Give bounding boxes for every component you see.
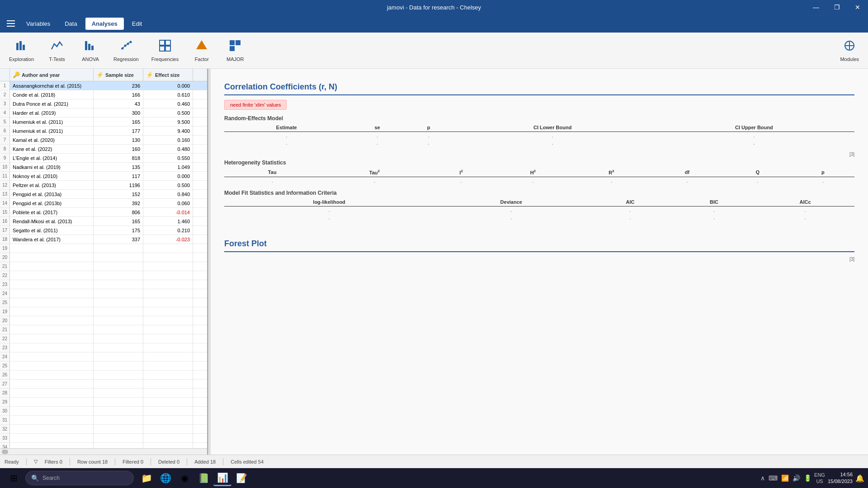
table-row[interactable]: 4Harder et al. (2019)3000.500 — [0, 108, 207, 117]
table-row[interactable]: 20 — [0, 253, 207, 262]
cell-effect[interactable]: 0.550 — [143, 154, 193, 162]
cell-sample[interactable]: 1196 — [94, 181, 143, 189]
cell-effect[interactable]: -0.023 — [143, 235, 193, 244]
cell-effect[interactable] — [143, 262, 193, 271]
maximize-button[interactable]: ❐ — [826, 0, 847, 14]
tray-chevron[interactable]: ∧ — [760, 474, 765, 482]
cell-sample[interactable]: 117 — [94, 172, 143, 180]
cell-effect[interactable] — [143, 244, 193, 253]
table-row[interactable]: 25 — [0, 361, 207, 371]
taskbar-app-other[interactable]: 📝 — [232, 470, 250, 486]
cell-sample[interactable]: 166 — [94, 90, 143, 99]
table-row[interactable]: 16Rendall-Mkosi et al. (2013)1651.460 — [0, 217, 207, 226]
toolbar-exploration[interactable]: Exploration — [4, 35, 39, 66]
cell-sample[interactable] — [94, 262, 143, 271]
cell-author[interactable]: Kamal et al. (2020) — [10, 136, 94, 144]
table-row[interactable]: 18Wandera et al. (2017)337-0.023 — [0, 235, 207, 244]
menu-data[interactable]: Data — [58, 18, 83, 30]
cell-effect[interactable] — [143, 298, 193, 307]
cell-sample[interactable] — [94, 253, 143, 262]
menu-analyses[interactable]: Analyses — [85, 18, 124, 30]
cell-author[interactable]: Humeniuk et al. (2011) — [10, 127, 94, 135]
cell-sample[interactable]: 300 — [94, 108, 143, 117]
table-row[interactable]: 11Noknoy et al. (2010)1170.000 — [0, 172, 207, 181]
col-header-effect[interactable]: ⚡ Effect size — [143, 69, 193, 81]
cell-author[interactable] — [10, 253, 94, 262]
col-header-author[interactable]: 🔑 Author and year — [10, 69, 94, 81]
taskbar-app-chrome[interactable]: ◉ — [175, 470, 193, 486]
table-row[interactable]: 19 — [0, 244, 207, 253]
cell-effect[interactable]: 1.049 — [143, 163, 193, 171]
cell-sample[interactable]: 130 — [94, 136, 143, 144]
table-row[interactable]: 13Pengpid et al. (2013a)1520.840 — [0, 190, 207, 199]
status-filter-icon[interactable]: ▽ — [34, 459, 38, 465]
cell-author[interactable]: Pengpid et al. (2013b) — [10, 199, 94, 207]
table-row[interactable]: 20 — [0, 316, 207, 325]
cell-author[interactable]: Conde et al. (2018) — [10, 90, 94, 99]
cell-author[interactable] — [10, 262, 94, 271]
taskbar-search[interactable]: 🔍 Search — [25, 471, 134, 485]
tray-battery[interactable]: 🔋 — [804, 474, 811, 482]
table-row[interactable]: 22 — [0, 271, 207, 280]
table-row[interactable]: 28 — [0, 389, 207, 398]
cell-effect[interactable]: 0.500 — [143, 181, 193, 189]
cell-author[interactable]: Poblete et al. (2017) — [10, 208, 94, 216]
cell-author[interactable]: Pengpid et al. (2013a) — [10, 190, 94, 198]
taskbar-app-explorer[interactable]: 📁 — [137, 470, 156, 486]
cell-sample[interactable]: 152 — [94, 190, 143, 198]
toolbar-factor[interactable]: Factor — [186, 35, 217, 66]
cell-author[interactable] — [10, 298, 94, 307]
table-row[interactable]: 2Conde et al. (2018)1660.610 — [0, 90, 207, 99]
cell-sample[interactable] — [94, 271, 143, 280]
cell-effect[interactable] — [143, 253, 193, 262]
table-row[interactable]: 24 — [0, 352, 207, 361]
table-row[interactable]: 23 — [0, 343, 207, 352]
cell-sample[interactable]: 236 — [94, 81, 143, 90]
table-row[interactable]: 9L'Engle et al. (2014)8180.550 — [0, 154, 207, 163]
cell-effect[interactable]: -0.014 — [143, 208, 193, 216]
cell-author[interactable]: Peltzer et al. (2013) — [10, 181, 94, 189]
cell-effect[interactable]: 0.210 — [143, 226, 193, 235]
table-row[interactable]: 19 — [0, 307, 207, 316]
cell-effect[interactable]: 0.000 — [143, 81, 193, 90]
table-row[interactable]: 17Segatto et al. (2011)1750.210 — [0, 226, 207, 235]
cell-sample[interactable]: 165 — [94, 117, 143, 126]
tray-keyboard[interactable]: ⌨ — [769, 474, 778, 482]
cell-sample[interactable] — [94, 289, 143, 298]
horizontal-scrollbar[interactable] — [0, 448, 208, 455]
cell-sample[interactable]: 160 — [94, 145, 143, 153]
cell-author[interactable] — [10, 280, 94, 289]
cell-effect[interactable]: 1.460 — [143, 217, 193, 225]
hamburger-menu[interactable] — [4, 16, 18, 31]
cell-effect[interactable]: 9.400 — [143, 127, 193, 135]
cell-author[interactable]: L'Engle et al. (2014) — [10, 154, 94, 162]
minimize-button[interactable]: — — [806, 0, 826, 14]
table-row[interactable]: 7Kamal et al. (2020)1300.160 — [0, 136, 207, 145]
cell-sample[interactable]: 392 — [94, 199, 143, 207]
notification-button[interactable]: 🔔 — [855, 474, 864, 483]
cell-sample[interactable]: 337 — [94, 235, 143, 244]
cell-author[interactable]: Assanangkornchai et al. (2015) — [10, 81, 94, 90]
cell-sample[interactable] — [94, 298, 143, 307]
cell-effect[interactable]: 0.000 — [143, 172, 193, 180]
cell-author[interactable]: Harder et al. (2019) — [10, 108, 94, 117]
cell-author[interactable]: Wandera et al. (2017) — [10, 235, 94, 244]
table-row[interactable]: 10Nadkarni et al. (2019)1351.049 — [0, 163, 207, 172]
toolbar-regression[interactable]: Regression — [108, 35, 144, 66]
cell-effect[interactable]: 0.060 — [143, 199, 193, 207]
col-header-sample[interactable]: ⚡ Sample size — [94, 69, 143, 81]
close-button[interactable]: ✕ — [847, 0, 868, 14]
table-row[interactable]: 34 — [0, 443, 207, 448]
toolbar-anova[interactable]: ANOVA — [75, 35, 106, 66]
cell-sample[interactable]: 175 — [94, 226, 143, 235]
taskbar-app-excel[interactable]: 📗 — [194, 470, 212, 486]
table-row[interactable]: 25 — [0, 298, 207, 307]
table-row[interactable]: 1Assanangkornchai et al. (2015)2360.000 — [0, 81, 207, 90]
start-button[interactable]: ⊞ — [4, 470, 24, 486]
table-row[interactable]: 14Pengpid et al. (2013b)3920.060 — [0, 199, 207, 208]
taskbar-app-jamovi[interactable]: 📊 — [213, 470, 231, 486]
table-row[interactable]: 6Humeniuk et al. (2011)1779.400 — [0, 127, 207, 136]
table-row[interactable]: 31 — [0, 416, 207, 425]
table-row[interactable]: 23 — [0, 280, 207, 289]
taskbar-app-edge[interactable]: 🌐 — [156, 470, 175, 486]
